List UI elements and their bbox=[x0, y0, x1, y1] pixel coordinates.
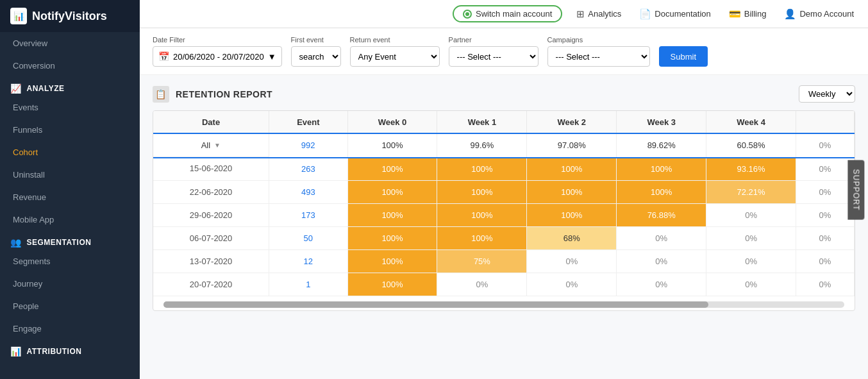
week1-cell: 100% bbox=[437, 226, 527, 249]
week0-cell: 100% bbox=[347, 157, 437, 180]
extra-cell: 0% bbox=[796, 249, 855, 273]
dropdown-arrow-icon: ▼ bbox=[268, 52, 276, 62]
analytics-link[interactable]: ⊞ Analytics bbox=[572, 8, 625, 20]
sidebar-item-engage[interactable]: Engage bbox=[0, 317, 140, 340]
first-event-label: First event bbox=[291, 36, 341, 44]
all-row[interactable]: All ▼ 992 100% 99.6% 97.08% 89.62% 60.58… bbox=[153, 134, 855, 158]
all-week4-cell: 60.58% bbox=[706, 134, 796, 158]
sidebar-item-events[interactable]: Events bbox=[0, 96, 140, 119]
sidebar-item-journey[interactable]: Journey bbox=[0, 273, 140, 295]
sidebar-item-segments[interactable]: Segments bbox=[0, 250, 140, 273]
segmentation-icon: 👥 bbox=[10, 237, 22, 248]
sidebar-item-cohort[interactable]: Cohort bbox=[0, 141, 140, 164]
date-cell: 29-06-2020 bbox=[153, 203, 269, 226]
date-filter-input[interactable]: 📅 20/06/2020 - 20/07/2020 ▼ bbox=[153, 46, 282, 67]
submit-button[interactable]: Submit bbox=[659, 46, 708, 67]
switch-main-account-button[interactable]: Switch main account bbox=[453, 5, 562, 22]
col-event: Event bbox=[269, 111, 347, 134]
week4-cell: 72.21% bbox=[706, 180, 796, 203]
week0-cell: 100% bbox=[347, 249, 437, 273]
sidebar-item-overview[interactable]: Overview bbox=[0, 32, 140, 55]
partner-label: Partner bbox=[449, 36, 538, 44]
sidebar-section-analyze: 📈 ANALYZE bbox=[0, 77, 140, 96]
period-select[interactable]: Weekly Monthly Daily bbox=[799, 85, 855, 103]
week1-cell: 75% bbox=[437, 249, 527, 273]
week3-cell: 100% bbox=[617, 180, 706, 203]
week2-cell: 100% bbox=[527, 157, 617, 180]
sidebar-item-mobile-app[interactable]: Mobile App bbox=[0, 208, 140, 231]
first-event-select[interactable]: search bbox=[291, 46, 341, 67]
report-title: 📋 RETENTION REPORT bbox=[153, 86, 272, 103]
col-week2: Week 2 bbox=[527, 111, 617, 134]
attribution-icon: 📊 bbox=[10, 346, 22, 357]
sidebar-item-uninstall[interactable]: Uninstall bbox=[0, 164, 140, 186]
all-dropdown-icon[interactable]: ▼ bbox=[214, 142, 221, 149]
table-row[interactable]: 29-06-2020 173 100% 100% 100% 76.88% 0% … bbox=[153, 203, 855, 226]
campaigns-select[interactable]: --- Select --- bbox=[547, 46, 650, 67]
event-cell: 12 bbox=[269, 249, 347, 273]
table-row[interactable]: 13-07-2020 12 100% 75% 0% 0% 0% 0% bbox=[153, 249, 855, 273]
doc-icon: 📄 bbox=[639, 8, 651, 20]
week0-cell: 100% bbox=[347, 203, 437, 226]
sidebar-item-conversion[interactable]: Conversion bbox=[0, 55, 140, 77]
extra-cell: 0% bbox=[796, 180, 855, 203]
event-cell: 50 bbox=[269, 226, 347, 249]
week1-cell: 0% bbox=[437, 273, 527, 296]
col-week4: Week 4 bbox=[706, 111, 796, 134]
week4-cell: 0% bbox=[706, 203, 796, 226]
scrollbar-thumb[interactable] bbox=[163, 301, 708, 308]
week3-cell: 0% bbox=[617, 249, 706, 273]
grid-icon: ⊞ bbox=[576, 8, 585, 20]
billing-icon: 💳 bbox=[729, 8, 741, 20]
event-cell: 493 bbox=[269, 180, 347, 203]
retention-table-wrapper: Date Event Week 0 Week 1 Week 2 Week 3 W… bbox=[153, 110, 855, 311]
table-row[interactable]: 15-06-2020 263 100% 100% 100% 100% 93.16… bbox=[153, 157, 855, 180]
week1-cell: 100% bbox=[437, 157, 527, 180]
col-extra bbox=[796, 111, 855, 134]
week4-cell: 0% bbox=[706, 226, 796, 249]
demo-account-link[interactable]: 👤 Demo Account bbox=[780, 8, 858, 20]
extra-cell: 0% bbox=[796, 273, 855, 296]
table-header-row: Date Event Week 0 Week 1 Week 2 Week 3 W… bbox=[153, 111, 855, 134]
col-date: Date bbox=[153, 111, 269, 134]
all-week0-cell: 100% bbox=[347, 134, 437, 158]
partner-select[interactable]: --- Select --- bbox=[449, 46, 538, 67]
calendar-icon: 📅 bbox=[158, 51, 169, 62]
event-cell: 173 bbox=[269, 203, 347, 226]
date-filter-label: Date Filter bbox=[153, 36, 282, 44]
billing-link[interactable]: 💳 Billing bbox=[725, 8, 771, 20]
week3-cell: 0% bbox=[617, 273, 706, 296]
table-row[interactable]: 22-06-2020 493 100% 100% 100% 100% 72.21… bbox=[153, 180, 855, 203]
date-cell: 20-07-2020 bbox=[153, 273, 269, 296]
week2-cell: 68% bbox=[527, 226, 617, 249]
all-week3-cell: 89.62% bbox=[617, 134, 706, 158]
week3-cell: 76.88% bbox=[617, 203, 706, 226]
return-event-group: Return event Any Event bbox=[350, 36, 440, 67]
campaigns-label: Campaigns bbox=[547, 36, 650, 44]
logo-text: NotifyVisitors bbox=[32, 10, 107, 23]
sidebar-item-revenue[interactable]: Revenue bbox=[0, 186, 140, 208]
week0-cell: 100% bbox=[347, 273, 437, 296]
all-extra-cell: 0% bbox=[796, 134, 855, 158]
radio-inner-icon bbox=[465, 12, 469, 16]
documentation-link[interactable]: 📄 Documentation bbox=[635, 8, 714, 20]
sidebar-section-segmentation: 👥 SEGMENTATION bbox=[0, 231, 140, 250]
logo: 📊 NotifyVisitors bbox=[0, 0, 140, 32]
date-filter-value: 20/06/2020 - 20/07/2020 bbox=[173, 52, 264, 62]
sidebar-item-funnels[interactable]: Funnels bbox=[0, 119, 140, 141]
week0-cell: 100% bbox=[347, 226, 437, 249]
week2-cell: 0% bbox=[527, 249, 617, 273]
extra-cell: 0% bbox=[796, 226, 855, 249]
table-row[interactable]: 20-07-2020 1 100% 0% 0% 0% 0% 0% bbox=[153, 273, 855, 296]
return-event-select[interactable]: Any Event bbox=[350, 46, 440, 67]
event-cell: 1 bbox=[269, 273, 347, 296]
date-cell: 22-06-2020 bbox=[153, 180, 269, 203]
sidebar-item-people[interactable]: People bbox=[0, 295, 140, 317]
main-content: Switch main account ⊞ Analytics 📄 Docume… bbox=[140, 0, 868, 379]
week3-cell: 0% bbox=[617, 226, 706, 249]
week4-cell: 0% bbox=[706, 249, 796, 273]
col-week3: Week 3 bbox=[617, 111, 706, 134]
scrollbar-track[interactable] bbox=[163, 301, 844, 308]
support-tab[interactable]: SUPPORT bbox=[848, 160, 865, 219]
table-row[interactable]: 06-07-2020 50 100% 100% 68% 0% 0% 0% bbox=[153, 226, 855, 249]
